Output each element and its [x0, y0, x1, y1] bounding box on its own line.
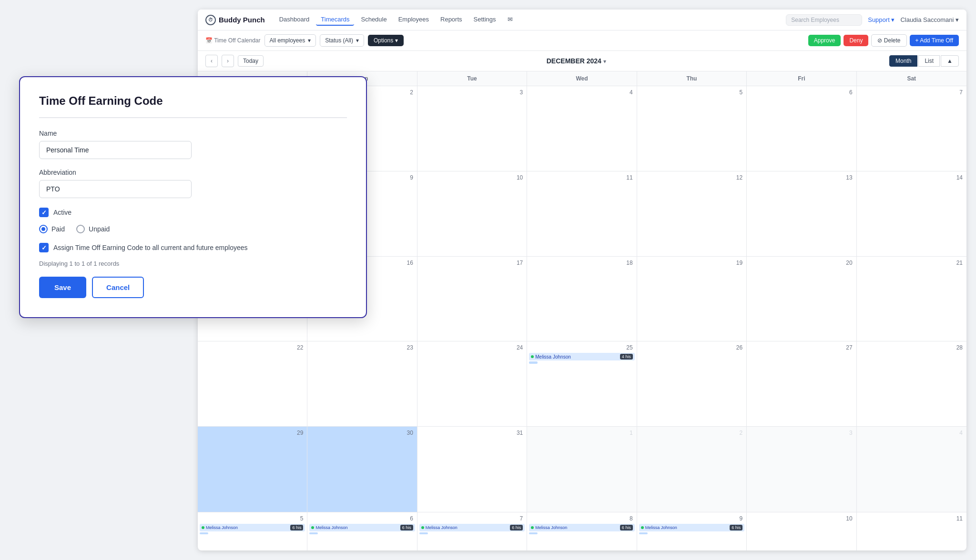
- event-chip[interactable]: Melissa Johnson 6 his: [419, 524, 525, 531]
- event-chip[interactable]: Melissa Johnson 4 his: [529, 353, 634, 360]
- options-button[interactable]: Options ▾: [368, 35, 404, 46]
- form-card: Time Off Earning Code Name Abbreviation …: [19, 76, 367, 318]
- unpaid-radio[interactable]: Unpaid: [76, 225, 110, 233]
- event-dot: [421, 526, 424, 529]
- main-nav: Dashboard Timecards Schedule Employees R…: [274, 14, 518, 26]
- delete-button[interactable]: ⊘ Delete: [871, 34, 906, 47]
- table-row[interactable]: 25 Melissa Johnson 4 his: [527, 341, 637, 426]
- unpaid-radio-circle: [76, 225, 85, 233]
- table-row[interactable]: 2: [637, 427, 747, 512]
- table-row[interactable]: 4: [857, 427, 966, 512]
- view-toggle: Month List ▲: [889, 55, 959, 67]
- payment-type-row: Paid Unpaid: [39, 225, 347, 233]
- table-row[interactable]: 23: [307, 341, 417, 426]
- search-input[interactable]: Search Employees: [786, 14, 862, 26]
- nav-dashboard[interactable]: Dashboard: [274, 14, 315, 26]
- table-row[interactable]: 8 Melissa Johnson 6 his: [527, 512, 637, 550]
- table-row[interactable]: 4: [527, 86, 637, 171]
- prev-month-button[interactable]: ‹: [205, 55, 218, 67]
- next-month-button[interactable]: ›: [222, 55, 234, 67]
- save-button[interactable]: Save: [39, 277, 86, 298]
- today-button[interactable]: Today: [238, 55, 264, 67]
- table-row[interactable]: 27: [747, 341, 856, 426]
- nav-timecards[interactable]: Timecards: [316, 14, 354, 26]
- active-label: Active: [53, 209, 71, 216]
- table-row[interactable]: 20: [747, 257, 856, 341]
- day-thu: Thu: [637, 71, 747, 86]
- assign-checkbox[interactable]: ✓: [39, 243, 49, 252]
- table-row[interactable]: 5 Melissa Johnson 6 his: [198, 512, 307, 550]
- abbr-group: Abbreviation: [39, 169, 347, 198]
- nav-employees[interactable]: Employees: [394, 14, 434, 26]
- calendar-week-4: 22 23 24 25 Melissa Johnson 4 his 26 27: [198, 341, 966, 427]
- table-row[interactable]: 5: [637, 86, 747, 171]
- table-row[interactable]: 24: [417, 341, 527, 426]
- table-row[interactable]: 22: [198, 341, 307, 426]
- brand-logo: ⏱: [205, 15, 216, 25]
- table-row[interactable]: 9 Melissa Johnson 6 his: [637, 512, 747, 550]
- table-row[interactable]: 1: [527, 427, 637, 512]
- list-view-button[interactable]: List: [918, 55, 940, 67]
- event-chip[interactable]: Melissa Johnson 6 his: [639, 524, 744, 531]
- table-row[interactable]: 10: [417, 171, 527, 256]
- approve-button[interactable]: Approve: [808, 35, 841, 46]
- cancel-button[interactable]: Cancel: [92, 277, 144, 298]
- nav-schedule[interactable]: Schedule: [356, 14, 391, 26]
- event-chip[interactable]: Melissa Johnson 6 his: [200, 524, 305, 531]
- day-fri: Fri: [747, 71, 856, 86]
- table-row[interactable]: 6: [747, 86, 856, 171]
- table-row[interactable]: 31: [417, 427, 527, 512]
- table-row[interactable]: 7: [857, 86, 966, 171]
- nav-reports[interactable]: Reports: [436, 14, 467, 26]
- table-row[interactable]: 17: [417, 257, 527, 341]
- calendar-nav: ‹ › Today: [205, 55, 264, 67]
- paid-label: Paid: [51, 225, 65, 233]
- event-dot: [641, 526, 644, 529]
- all-employees-select[interactable]: All employees ▾: [264, 34, 316, 47]
- toolbar: 📅 Time Off Calendar All employees ▾ Stat…: [198, 30, 966, 51]
- name-label: Name: [39, 130, 347, 137]
- table-row[interactable]: 10: [747, 512, 856, 550]
- table-row[interactable]: 6 Melissa Johnson 6 his: [307, 512, 417, 550]
- table-row[interactable]: 30: [307, 427, 417, 512]
- table-row[interactable]: 11: [527, 171, 637, 256]
- calendar-title: DECEMBER 2024 ▾: [547, 57, 607, 65]
- nav-mail[interactable]: ✉: [503, 14, 518, 26]
- name-input[interactable]: [39, 141, 192, 159]
- abbr-label: Abbreviation: [39, 169, 347, 176]
- unpaid-label: Unpaid: [89, 225, 110, 233]
- day-wed: Wed: [527, 71, 637, 86]
- abbr-input[interactable]: [39, 180, 192, 198]
- button-row: Save Cancel: [39, 277, 347, 298]
- event-chip[interactable]: Melissa Johnson 6 his: [529, 524, 634, 531]
- paid-radio[interactable]: Paid: [39, 225, 65, 233]
- add-time-off-button[interactable]: + Add Time Off: [910, 35, 959, 46]
- month-view-button[interactable]: Month: [889, 55, 917, 67]
- table-row[interactable]: 13: [747, 171, 856, 256]
- table-row[interactable]: 11: [857, 512, 966, 550]
- collapse-button[interactable]: ▲: [941, 55, 959, 67]
- active-checkbox[interactable]: ✓: [39, 208, 49, 217]
- toolbar-left: 📅 Time Off Calendar All employees ▾ Stat…: [205, 34, 404, 47]
- status-select[interactable]: Status (All) ▾: [320, 34, 364, 47]
- table-row[interactable]: 26: [637, 341, 747, 426]
- active-row: ✓ Active: [39, 208, 347, 217]
- table-row[interactable]: 19: [637, 257, 747, 341]
- event-dot: [531, 526, 534, 529]
- deny-button[interactable]: Deny: [844, 35, 868, 46]
- nav-settings[interactable]: Settings: [469, 14, 501, 26]
- event-chip[interactable]: Melissa Johnson 6 his: [309, 524, 415, 531]
- table-row[interactable]: 29: [198, 427, 307, 512]
- table-row[interactable]: 3: [417, 86, 527, 171]
- table-row[interactable]: 14: [857, 171, 966, 256]
- support-button[interactable]: Support ▾: [868, 16, 895, 23]
- table-row[interactable]: 21: [857, 257, 966, 341]
- user-menu[interactable]: Claudia Saccomani ▾: [900, 16, 959, 23]
- table-row[interactable]: 12: [637, 171, 747, 256]
- records-text: Displaying 1 to 1 of 1 records: [39, 260, 347, 267]
- table-row[interactable]: 18: [527, 257, 637, 341]
- table-row[interactable]: 28: [857, 341, 966, 426]
- table-row[interactable]: 7 Melissa Johnson 6 his: [417, 512, 527, 550]
- table-row[interactable]: 3: [747, 427, 856, 512]
- toolbar-right: Approve Deny ⊘ Delete + Add Time Off: [808, 34, 959, 47]
